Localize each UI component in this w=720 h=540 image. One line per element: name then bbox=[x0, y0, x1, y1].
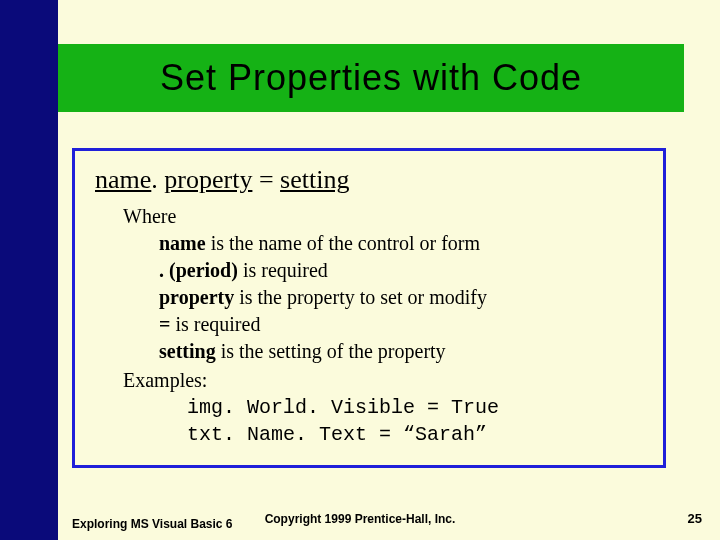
definition-line: . (period) is required bbox=[159, 257, 643, 284]
footer-center: Copyright 1999 Prentice-Hall, Inc. bbox=[0, 512, 720, 526]
title-banner: Set Properties with Code bbox=[58, 44, 684, 112]
definition-line: = is required bbox=[159, 311, 643, 338]
example-line: txt. Name. Text = “Sarah” bbox=[187, 421, 643, 448]
definition-desc: is required bbox=[170, 313, 260, 335]
definition-desc: is the name of the control or form bbox=[206, 232, 480, 254]
definition-desc: is required bbox=[238, 259, 328, 281]
syntax-property: property bbox=[164, 165, 252, 194]
definition-term: . (period) bbox=[159, 259, 238, 281]
definition-term: property bbox=[159, 286, 234, 308]
slide: Set Properties with Code name. property … bbox=[0, 0, 720, 540]
definition-line: setting is the setting of the property bbox=[159, 338, 643, 365]
definition-term: name bbox=[159, 232, 206, 254]
definition-line: property is the property to set or modif… bbox=[159, 284, 643, 311]
syntax-dot: . bbox=[151, 165, 158, 194]
syntax-name: name bbox=[95, 165, 151, 194]
slide-title: Set Properties with Code bbox=[160, 57, 582, 99]
example-line: img. World. Visible = True bbox=[187, 394, 643, 421]
syntax-setting: setting bbox=[280, 165, 349, 194]
definition-term: setting bbox=[159, 340, 216, 362]
definition-line: name is the name of the control or form bbox=[159, 230, 643, 257]
definition-term: = bbox=[159, 313, 170, 335]
where-block: Where name is the name of the control or… bbox=[123, 203, 643, 448]
definition-desc: is the setting of the property bbox=[216, 340, 446, 362]
page-number: 25 bbox=[688, 511, 702, 526]
definition-list: name is the name of the control or form … bbox=[159, 230, 643, 365]
examples-heading: Examples: bbox=[123, 367, 643, 394]
definition-desc: is the property to set or modify bbox=[234, 286, 487, 308]
content-box: name. property = setting Where name is t… bbox=[72, 148, 666, 468]
sidebar-accent bbox=[0, 0, 58, 540]
where-heading: Where bbox=[123, 203, 643, 230]
syntax-equals: = bbox=[252, 165, 280, 194]
syntax-line: name. property = setting bbox=[95, 165, 643, 195]
